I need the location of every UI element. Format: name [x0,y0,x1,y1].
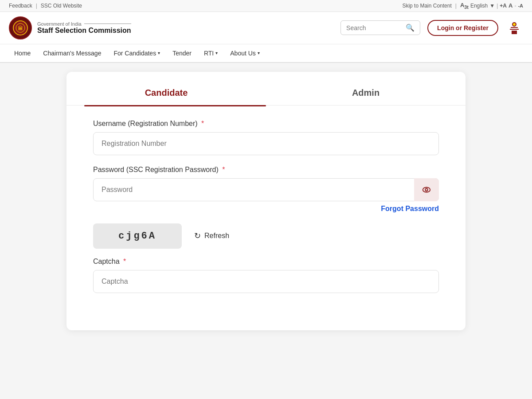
logo-emblem: 🏛 [9,16,32,39]
font-normal-btn[interactable]: A [509,2,512,9]
top-bar: Feedback | SSC Old Website Skip to Main … [0,0,532,12]
header: 🏛 Government of India Staff Selection Co… [0,12,532,44]
divider3: | [497,3,498,9]
divider: | [36,3,37,9]
svg-point-7 [513,23,516,26]
lang-arrow: ▼ [489,3,495,9]
nav-item-for-candidates[interactable]: For Candidates ▾ [108,44,165,62]
search-box[interactable]: 🔍 [340,20,420,35]
required-star-username: * [201,120,204,127]
font-icon: A3t [460,2,469,10]
feedback-link[interactable]: Feedback [9,3,32,9]
font-increase-btn[interactable]: +A [500,3,507,9]
password-label: Password (SSC Registration Password) * [93,166,439,174]
svg-point-9 [425,188,428,191]
login-form: Username (Registration Number) * Passwor… [66,106,466,317]
username-input[interactable] [93,132,439,155]
required-star-captcha: * [123,258,126,265]
nav-item-rti[interactable]: RTI ▾ [199,44,223,62]
govt-emblem-svg [506,20,522,36]
gov-line [84,23,131,24]
captcha-group: Captcha * [93,258,439,293]
font-decrease-btn[interactable]: -A [518,3,523,8]
captcha-input[interactable] [93,270,439,293]
toggle-password-button[interactable] [414,178,439,201]
username-label: Username (Registration Number) * [93,120,439,128]
svg-rect-5 [510,29,519,30]
divider4: - [514,3,516,9]
emblem-svg: 🏛 [12,20,28,36]
captcha-image: cjg6A [93,223,182,249]
logo-text: Government of India Staff Selection Comm… [37,21,131,35]
password-group: Password (SSC Registration Password) * F… [93,166,439,213]
gov-label: Government of India [37,21,131,27]
nav-item-home[interactable]: Home [9,44,36,62]
tab-admin[interactable]: Admin [266,81,466,105]
refresh-icon: ↻ [194,231,201,241]
forgot-password-link[interactable]: Forgot Password [381,205,439,212]
login-register-button[interactable]: Login or Register [427,20,498,36]
search-input[interactable] [346,24,402,31]
search-icon[interactable]: 🔍 [406,23,415,32]
top-bar-left: Feedback | SSC Old Website [9,3,82,9]
captcha-image-row: cjg6A ↻ Refresh [93,223,439,249]
tab-candidate[interactable]: Candidate [66,81,266,105]
logo-section: 🏛 Government of India Staff Selection Co… [9,16,131,39]
username-group: Username (Registration Number) * [93,120,439,155]
nav-item-about-us[interactable]: About Us ▾ [225,44,265,62]
required-star-password: * [222,166,225,173]
captcha-label: Captcha * [93,258,439,266]
language-selector[interactable]: English [470,3,488,9]
chevron-down-icon-about: ▾ [258,51,260,55]
eye-icon [422,185,431,195]
login-tabs: Candidate Admin [66,72,466,106]
old-website-link[interactable]: SSC Old Website [41,3,82,9]
main-content: Candidate Admin Username (Registration N… [0,63,532,373]
skip-main-content: Skip to Main Content [402,3,451,9]
refresh-captcha-button[interactable]: ↻ Refresh [189,227,235,244]
svg-rect-6 [512,31,517,34]
header-right: 🔍 Login or Register [340,19,523,37]
svg-rect-4 [511,27,518,28]
chevron-down-icon: ▾ [158,51,160,55]
svg-text:🏛: 🏛 [18,25,23,31]
password-wrapper [93,178,439,201]
svg-point-8 [423,187,430,192]
header-emblem-icon [505,19,523,37]
divider2: | [455,3,457,9]
top-bar-right: Skip to Main Content | A3t English ▼ | +… [402,2,523,10]
org-label: Staff Selection Commission [37,27,131,35]
main-nav: Home Chairman's Message For Candidates ▾… [0,44,532,63]
login-card: Candidate Admin Username (Registration N… [66,72,466,330]
nav-item-chairmans-message[interactable]: Chairman's Message [38,44,106,62]
forgot-password-link-container: Forgot Password [93,205,439,213]
chevron-down-icon-rti: ▾ [215,51,218,55]
accessibility-controls: A3t English ▼ | +A A - -A [460,2,523,10]
password-input[interactable] [93,178,439,201]
nav-item-tender[interactable]: Tender [167,44,197,62]
